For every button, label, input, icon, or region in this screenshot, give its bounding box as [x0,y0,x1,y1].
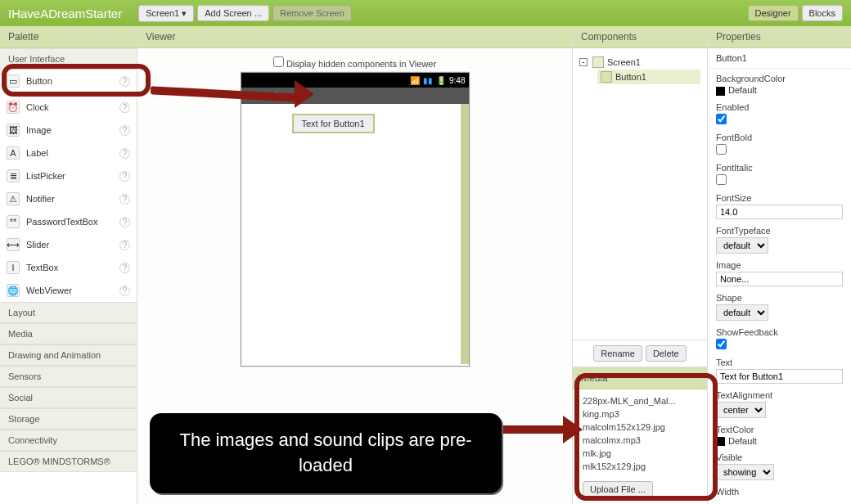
palette-item-label: Clock [26,102,49,112]
help-icon[interactable]: ? [119,286,130,296]
prop-select-shape[interactable]: default [716,304,768,321]
palette-item-slider[interactable]: ⟷Slider? [0,233,137,256]
annotation-callout: The images and sound clips are pre-loade… [150,413,502,493]
prop-select-fonttypeface[interactable]: default [716,237,768,254]
prop-select-visible[interactable]: showing [716,464,774,480]
palette-cat-connectivity[interactable]: Connectivity [0,430,137,451]
button-icon: ▭ [7,74,20,88]
tree-item-button1[interactable]: Button1 [597,70,700,84]
palette-cat-social[interactable]: Social [0,387,137,408]
display-hidden-toggle[interactable]: Display hidden components in Viewer [273,56,436,69]
media-item[interactable]: malcolm152x129.jpg [583,421,697,434]
media-panel: Media 228px-MLK_and_Mal... king.mp3 malc… [573,367,707,504]
delete-button[interactable]: Delete [646,345,687,362]
palette-cat-drawing[interactable]: Drawing and Animation [0,344,137,366]
prop-select-textalign[interactable]: center [716,402,766,418]
label-icon: A [7,146,20,160]
rename-button[interactable]: Rename [593,345,642,362]
image-icon: 🖼 [7,124,20,137]
add-screen-button[interactable]: Add Screen ... [197,5,269,21]
media-item[interactable]: mlk.jpg [583,447,697,460]
help-icon[interactable]: ? [119,171,130,182]
clock-icon: ⏰ [7,101,20,114]
palette-item-webviewer[interactable]: 🌐WebViewer? [0,279,137,302]
remove-screen-button[interactable]: Remove Screen [272,5,352,21]
prop-label-bgcolor: BackgroundColor [716,74,843,83]
palette-cat-sensors[interactable]: Sensors [0,366,137,387]
blocks-tab[interactable]: Blocks [802,5,843,21]
listpicker-icon: ≣ [7,169,20,182]
collapse-icon[interactable]: - [579,58,588,66]
palette-cat-lego[interactable]: LEGO® MINDSTORMS® [0,451,137,472]
palette-item-clock[interactable]: ⏰Clock? [0,96,137,119]
palette-item-label: Label [26,148,48,158]
palette-item-textbox[interactable]: ITextBox? [0,256,137,279]
upload-file-button[interactable]: Upload File ... [583,481,653,497]
display-hidden-checkbox[interactable] [273,56,284,67]
palette-item-notifier[interactable]: ⚠Notifier? [0,187,137,210]
palette-cat-media[interactable]: Media [0,323,137,344]
prop-value-bgcolor[interactable]: Default [728,85,757,95]
help-icon[interactable]: ? [119,217,130,227]
properties-panel: Properties Button1 BackgroundColorDefaul… [708,26,851,504]
color-swatch[interactable] [716,87,725,96]
prop-label-textalign: TextAlignment [716,390,843,400]
webviewer-icon: 🌐 [7,284,20,297]
tree-item-screen1[interactable]: -Screen1 [579,55,700,70]
designer-tab[interactable]: Designer [748,5,799,21]
signal-icon: ▮▮ [423,76,433,85]
battery-icon: 🔋 [436,76,446,85]
prop-label-image: Image [716,260,843,270]
prop-label-fontbold: FontBold [716,133,843,142]
help-icon[interactable]: ? [119,148,130,159]
topbar: IHaveADreamStarter Screen1 ▾ Add Screen … [0,0,851,26]
prop-check-fontitalic[interactable] [716,174,727,185]
help-icon[interactable]: ? [119,76,130,87]
palette-items: ▭Button? ⏰Clock? 🖼Image? ALabel? ≣ListPi… [0,70,137,302]
palette-item-passwordtextbox[interactable]: **PasswordTextBox? [0,210,137,233]
prop-check-enabled[interactable] [716,114,727,124]
palette-cat-layout[interactable]: Layout [0,302,137,323]
components-header: Components [573,26,707,48]
palette-item-label: TextBox [26,263,58,272]
palette-item-label: ListPicker [26,171,65,181]
screen-icon [592,56,604,68]
media-item[interactable]: malcolmx.mp3 [583,434,697,447]
prop-value-textcolor[interactable]: Default [728,436,757,446]
textbox-icon: I [7,261,20,274]
help-icon[interactable]: ? [119,102,130,113]
media-item[interactable]: 228px-MLK_and_Mal... [583,394,697,407]
color-swatch[interactable] [716,437,725,446]
media-list: 228px-MLK_and_Mal... king.mp3 malcolm152… [573,389,707,478]
prop-label-shape: Shape [716,293,843,303]
prop-check-showfeedback[interactable] [716,339,727,349]
help-icon[interactable]: ? [119,263,130,273]
palette-cat-storage[interactable]: Storage [0,408,137,430]
palette-item-image[interactable]: 🖼Image? [0,119,137,142]
phone-statusbar: 📶 ▮▮ 🔋 9:48 [241,73,469,88]
palette-cat-user-interface[interactable]: User Interface [0,48,137,70]
button-icon [601,71,612,83]
palette-item-label: Slider [26,240,49,250]
prop-check-fontbold[interactable] [716,144,727,155]
properties-header: Properties [708,26,851,48]
palette-item-label[interactable]: ALabel? [0,142,137,164]
preview-button1[interactable]: Text for Button1 [292,114,375,133]
prop-input-fontsize[interactable] [716,205,843,219]
media-item[interactable]: mlk152x129.jpg [583,460,697,473]
prop-label-visible: Visible [716,452,843,462]
help-icon[interactable]: ? [119,240,130,250]
screen-selector[interactable]: Screen1 ▾ [138,5,194,22]
palette-item-listpicker[interactable]: ≣ListPicker? [0,164,137,187]
prop-input-image[interactable] [716,272,843,286]
components-tree: -Screen1 Button1 [573,48,707,340]
palette-item-button[interactable]: ▭Button? [0,70,137,92]
help-icon[interactable]: ? [119,194,130,205]
help-icon[interactable]: ? [119,125,130,136]
prop-input-text[interactable] [716,369,843,384]
palette-item-label: WebViewer [26,286,72,295]
screen-body[interactable]: Text for Button1 [241,104,469,364]
media-item[interactable]: king.mp3 [583,407,697,421]
palette-item-label: Button [26,76,52,86]
prop-label-showfeedback: ShowFeedback [716,327,843,337]
